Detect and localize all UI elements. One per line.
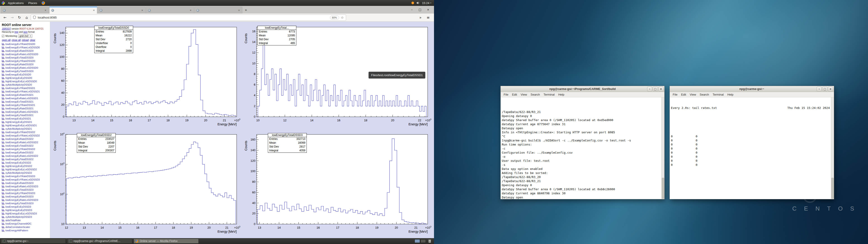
tree-item[interactable]: lowEnergyEvRateLoGDSSD0 — [2, 53, 48, 56]
monitoring-checkbox[interactable]: ✓ — [2, 35, 4, 37]
clock[interactable]: 15:24 ▾ — [422, 1, 431, 5]
browser-tab[interactable]: × — [194, 7, 242, 13]
tree-item[interactable]: highEnergyEvEyDSSD0 — [2, 76, 48, 80]
tree-item[interactable]: xyAdcMultiplicityDSSD2 — [2, 171, 48, 175]
maximize-button[interactable]: □ — [653, 87, 658, 91]
menu-item[interactable]: View — [519, 92, 528, 97]
stats-box-lowEnergyEyTotalDSSD3[interactable]: lowEnergyEyTotalDSSD3Entries332713Mean16… — [268, 133, 307, 153]
bookmark-star-icon[interactable]: ☆ — [341, 16, 344, 20]
scrollbar[interactable] — [831, 97, 834, 199]
terminal-titlebar[interactable]: npg@carme-gsi:~/Programs/CARME_Sort/buil… — [501, 86, 664, 92]
histogram-pad-0[interactable]: 131415161718192021020406080100120140Coun… — [53, 24, 241, 128]
tree-item[interactable]: lowEnergyEyYRateDSSD3 — [2, 191, 48, 195]
menu-item[interactable]: Search — [698, 92, 710, 97]
tree-item[interactable]: xyAdcMultiplicityDSSD3 — [2, 215, 48, 218]
scrollbar-thumb[interactable] — [831, 178, 834, 199]
zoom-indicator[interactable]: 80% — [330, 16, 339, 20]
jsroot-link[interactable]: JSROOT — [2, 28, 11, 30]
panel-menu-item[interactable]: Places — [26, 0, 39, 6]
browser-tab[interactable]: × — [49, 7, 97, 13]
tree-item[interactable]: xyAdcMultiplicityDSSD0 — [2, 83, 48, 86]
tree-item[interactable]: lowEnergyEvEyDSSD3 — [2, 205, 48, 208]
tab-close-icon[interactable]: × — [141, 8, 144, 12]
tree-item[interactable]: highEnergyEvEyDSSD2 — [2, 164, 48, 167]
tree-item[interactable]: lowEnergyEyTotalDSSD2 — [2, 157, 48, 161]
tree-item[interactable]: lowEnergyEyRateLoGDSSD0 — [2, 66, 48, 69]
tree-item[interactable]: lowEnergyEyTotalDSSD3 — [2, 202, 48, 205]
taskbar-item-terminal-build[interactable]: >_ npg@carme-gsi:~/Programs/CARME... — [67, 239, 132, 244]
histogram-canvas-lowEnergyEyTotalDSSD0[interactable]: 131415161718192021020406080100120140Coun… — [53, 24, 241, 128]
terminal-titlebar[interactable]: npg@carme-gsi:~ – □ × — [670, 86, 834, 92]
minimize-button[interactable]: – — [647, 87, 652, 91]
close-button[interactable]: × — [658, 87, 663, 91]
tree-item[interactable]: highEnergyEvEyLoGDSSD3 — [2, 212, 48, 215]
tree-item[interactable]: lowEnergyEyRateDSSD2 — [2, 151, 48, 154]
tree-item[interactable]: lowEnergyEvEyDSSD0 — [2, 73, 48, 76]
minimize-button[interactable]: – — [817, 87, 822, 91]
tree-item[interactable]: lowEnergyEvYRateDSSD1 — [2, 86, 48, 90]
tree-item[interactable]: lowEnergyEvRateDSSD1 — [2, 93, 48, 96]
tree-format-link[interactable]: tree — [14, 31, 18, 33]
menu-item[interactable]: Edit — [680, 92, 688, 97]
stats-box-lowEnergyEyTotalDSSD0[interactable]: lowEnergyEyTotalDSSD0Entries817939Mean16… — [94, 26, 133, 53]
hierarchy-action-link[interactable]: clear — [30, 39, 35, 41]
hierarchy-action-link[interactable]: reload — [22, 39, 29, 41]
menu-item[interactable]: Help — [557, 92, 566, 97]
hierarchy-action-link[interactable]: open all — [2, 39, 11, 41]
tree-item[interactable]: lowEnergyChannelADC — [2, 222, 48, 225]
histogram-pad-2[interactable]: 1213141516171819202110102103104CountsEne… — [53, 131, 241, 236]
layout-select[interactable]: grid 2x2 ▾ — [18, 34, 32, 38]
tree-item[interactable]: lowEnergyHitPattern — [2, 228, 48, 232]
workspace-1[interactable] — [414, 239, 420, 243]
tree-item[interactable]: lowEnergyEvTotalDSSD1 — [2, 100, 48, 103]
tree-item[interactable]: deltaCorrelationScaler — [2, 225, 48, 228]
browser-tab[interactable]: × — [146, 7, 194, 13]
tree-item[interactable]: lowEnergyEvYRateDSSD2 — [2, 130, 48, 134]
hamburger-menu-icon[interactable]: ≡ — [425, 14, 431, 21]
taskbar-item-firefox[interactable]: Online server — Mozilla Firefox — [133, 239, 199, 244]
tree-item[interactable]: lowEnergyEyRateLoGDSSD3 — [2, 198, 48, 202]
maximize-button[interactable]: □ — [416, 7, 424, 12]
tree-item[interactable]: lowEnergyEvRateLoGDSSD2 — [2, 141, 48, 144]
tree-item[interactable]: lowEnergyEvTotalDSSD3 — [2, 188, 48, 191]
firefox-launcher-icon[interactable] — [41, 1, 45, 5]
tree-item[interactable]: highEnergyEvEyDSSD1 — [2, 120, 48, 124]
tree-item[interactable]: lowEnergyEvYRateLoGDSSD1 — [2, 90, 48, 93]
menu-item[interactable]: File — [671, 92, 679, 97]
menu-item[interactable]: Search — [529, 92, 541, 97]
url-bar[interactable]: localhost:8085 80% ☆ — [31, 14, 346, 21]
tree-item[interactable]: lowEnergyEyTotalDSSD1 — [2, 114, 48, 117]
tree-item[interactable]: lowEnergyEyYRateDSSD1 — [2, 103, 48, 106]
update-notifier-icon[interactable] — [411, 2, 414, 4]
close-button[interactable]: × — [828, 87, 833, 91]
tree-item[interactable]: lowEnergyEvRateLoGDSSD1 — [2, 96, 48, 100]
taskbar-item-terminal-home[interactable]: >_ npg@carme-gsi:~ — [1, 239, 66, 244]
tree-item[interactable]: xyAdcMultiplicityDSSD1 — [2, 127, 48, 130]
reload-button[interactable]: ↻ — [16, 14, 23, 21]
tree-item[interactable]: lowEnergyEyRateLoGDSSD2 — [2, 154, 48, 157]
overflow-chevron-icon[interactable]: » — [417, 14, 424, 21]
menu-item[interactable]: Terminal — [542, 92, 556, 97]
scrollbar[interactable] — [661, 97, 664, 199]
tab-close-icon[interactable]: × — [238, 8, 240, 12]
tree-item[interactable]: lowEnergyEyRateLoGDSSD1 — [2, 110, 48, 114]
tree-item[interactable]: lowEnergyEvYRateDSSD0 — [2, 42, 48, 45]
menu-item[interactable]: View — [688, 92, 698, 97]
tree-item[interactable]: highEnergyEvEyLoGDSSD0 — [2, 80, 48, 83]
tree-item[interactable]: lowEnergyEvYRateLoGDSSD0 — [2, 45, 48, 49]
terminal-output[interactable]: /TapeData/622-88/R3_21Opening dataspy 0d… — [501, 97, 661, 199]
panel-menu-item[interactable]: Applications — [6, 0, 26, 6]
tree-item[interactable]: lowEnergyEyYRateDSSD0 — [2, 59, 48, 63]
tab-close-icon[interactable]: × — [189, 8, 192, 12]
tree-item[interactable]: lowEnergyEyRateDSSD0 — [2, 63, 48, 66]
terminal-output[interactable]: Every 2.0s: tail rates.txt Thu Feb 15 15… — [670, 97, 831, 199]
tab-close-icon[interactable]: × — [44, 8, 47, 12]
tree-item[interactable]: lowEnergyEvRateDSSD0 — [2, 49, 48, 53]
workspace-2[interactable] — [421, 239, 426, 243]
home-button[interactable]: ⌂ — [24, 14, 30, 21]
browser-tab[interactable]: × — [98, 7, 146, 13]
minimize-button[interactable]: – — [408, 7, 415, 12]
tree-item[interactable]: highEnergyEvEyLoGDSSD1 — [2, 124, 48, 127]
tree-item[interactable]: aidaTotalRate — [2, 218, 48, 222]
tree-item[interactable]: lowEnergyEvTotalDSSD0 — [2, 56, 48, 59]
